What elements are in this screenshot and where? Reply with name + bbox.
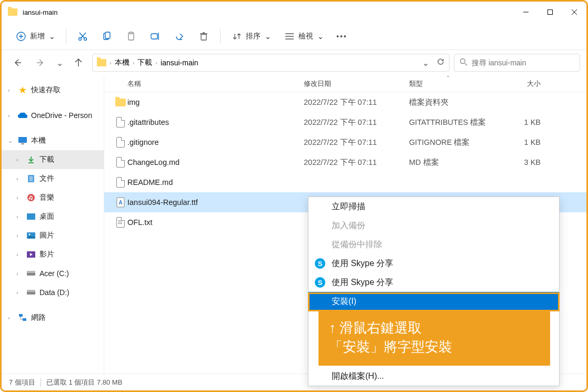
skype-icon: S <box>315 258 325 269</box>
file-size: 3 KB <box>499 158 541 166</box>
file-type: GITATTRIBUTES 檔案 <box>409 117 499 128</box>
svg-rect-39 <box>27 271 35 273</box>
refresh-button[interactable] <box>436 57 445 68</box>
svg-text:A: A <box>118 200 122 205</box>
maximize-button[interactable] <box>538 2 562 23</box>
file-row[interactable]: img 2022/7/22 下午 07:11 檔案資料夾 <box>104 92 586 112</box>
rename-icon <box>150 31 161 42</box>
chevron-right-icon: › <box>109 60 112 66</box>
chevron-right-icon: › <box>16 289 23 296</box>
chevron-right-icon: › <box>16 156 23 163</box>
header-type[interactable]: 類型⌃ <box>409 79 499 89</box>
cm-open[interactable]: 開啟檔案(H)... <box>308 367 559 386</box>
header-name[interactable]: 名稱 <box>127 79 304 89</box>
cloud-icon <box>17 110 28 121</box>
chevron-down-icon[interactable]: ⌄ <box>422 58 429 68</box>
titlebar: iansui-main <box>2 2 586 23</box>
sort-indicator-icon: ⌃ <box>446 75 450 81</box>
file-icon <box>114 117 127 128</box>
breadcrumb-item[interactable]: iansui-main <box>161 58 198 67</box>
drive-icon <box>26 268 36 279</box>
file-row[interactable]: ChangeLog.md 2022/7/22 下午 07:11 MD 檔案 3 … <box>104 152 586 172</box>
chevron-right-icon: › <box>8 112 14 119</box>
cm-scan[interactable]: 立即掃描 <box>308 197 559 216</box>
file-row[interactable]: README.md <box>104 172 586 192</box>
download-icon <box>26 154 36 165</box>
folder-icon <box>97 59 106 66</box>
sidebar-quick-access[interactable]: › ★ 快速存取 <box>2 81 104 100</box>
picture-icon <box>26 230 36 241</box>
breadcrumb-item[interactable]: 本機 <box>115 58 129 67</box>
cm-skype-share[interactable]: S使用 Skype 分享 <box>308 254 559 273</box>
file-name: ChangeLog.md <box>127 158 304 166</box>
sidebar-pictures[interactable]: › 圖片 <box>2 226 104 245</box>
paste-icon <box>125 31 137 42</box>
view-button[interactable]: 檢視 ⌄ <box>278 27 329 45</box>
header-date[interactable]: 修改日期 <box>304 79 409 89</box>
sidebar-drive-d[interactable]: › Data (D:) <box>2 283 104 302</box>
forward-button[interactable] <box>31 53 50 72</box>
search-box[interactable] <box>454 54 580 72</box>
separator <box>66 29 66 44</box>
search-input[interactable] <box>472 58 574 67</box>
sidebar-label: 下載 <box>39 155 54 164</box>
svg-line-24 <box>465 63 467 65</box>
sidebar-documents[interactable]: › 文件 <box>2 169 104 188</box>
more-button[interactable]: ••• <box>331 29 353 44</box>
delete-button[interactable] <box>193 27 215 45</box>
annotation-line2: 「安裝」將字型安裝 <box>329 337 540 356</box>
chevron-right-icon: › <box>16 175 23 182</box>
svg-rect-14 <box>129 32 133 34</box>
sidebar-network[interactable]: › 網路 <box>2 308 104 327</box>
share-button[interactable] <box>168 27 191 45</box>
search-icon <box>460 58 467 68</box>
cm-install[interactable]: 安裝(I) <box>308 292 559 311</box>
back-button[interactable] <box>8 53 27 72</box>
network-icon <box>17 312 28 323</box>
sidebar-downloads[interactable]: › 下載 <box>2 150 104 169</box>
cut-button[interactable] <box>72 27 94 45</box>
sort-button[interactable]: 排序 ⌄ <box>226 27 276 45</box>
sidebar-label: Data (D:) <box>39 288 69 297</box>
minimize-button[interactable] <box>514 2 538 23</box>
svg-rect-34 <box>27 213 35 220</box>
window-title: iansui-main <box>23 8 57 16</box>
file-icon <box>114 217 127 228</box>
scissors-icon <box>77 31 88 42</box>
sidebar-label: 快速存取 <box>31 85 61 95</box>
sidebar-videos[interactable]: › 影片 <box>2 245 104 264</box>
file-type: MD 檔案 <box>409 158 499 168</box>
cm-skype-share[interactable]: S使用 Skype 分享 <box>308 273 559 292</box>
chevron-right-icon: › <box>8 315 14 321</box>
file-icon <box>114 137 127 148</box>
svg-point-23 <box>461 58 465 63</box>
sidebar-desktop[interactable]: › 桌面 <box>2 207 104 226</box>
copy-button[interactable] <box>96 27 118 45</box>
file-row[interactable]: .gitattributes 2022/7/22 下午 07:11 GITATT… <box>104 112 586 132</box>
history-chevron[interactable]: ⌄ <box>54 53 65 72</box>
rename-button[interactable] <box>144 27 166 45</box>
new-button[interactable]: 新增 ⌄ <box>10 27 61 45</box>
status-selected: 已選取 1 個項目 7.80 MB <box>46 378 122 387</box>
skype-icon: S <box>315 277 325 288</box>
file-date: 2022/7/22 下午 07:11 <box>304 158 409 168</box>
sidebar-thispc[interactable]: ⌄ 本機 <box>2 131 104 150</box>
toolbar: 新增 ⌄ 排序 ⌄ 檢視 ⌄ ••• <box>2 23 586 50</box>
paste-button[interactable] <box>120 27 142 45</box>
file-name: .gitattributes <box>127 118 304 126</box>
address-bar[interactable]: › 本機 › 下載 › iansui-main ⌄ <box>92 54 450 72</box>
chevron-right-icon: › <box>133 60 135 66</box>
file-row[interactable]: .gitignore 2022/7/22 下午 07:11 GITIGNORE … <box>104 132 586 152</box>
sidebar-drive-c[interactable]: › Acer (C:) <box>2 264 104 283</box>
sidebar-music[interactable]: › 音樂 <box>2 188 104 207</box>
breadcrumb-item[interactable]: 下載 <box>137 58 152 67</box>
ellipsis-icon: ••• <box>336 32 347 41</box>
sidebar-label: 文件 <box>39 174 54 183</box>
up-button[interactable] <box>69 53 88 72</box>
file-type: 檔案資料夾 <box>409 97 499 107</box>
close-button[interactable] <box>562 2 586 23</box>
header-size[interactable]: 大小 <box>499 79 541 89</box>
chevron-right-icon: › <box>16 270 23 277</box>
sidebar-onedrive[interactable]: › OneDrive - Person <box>2 106 104 125</box>
new-label: 新增 <box>30 32 45 41</box>
